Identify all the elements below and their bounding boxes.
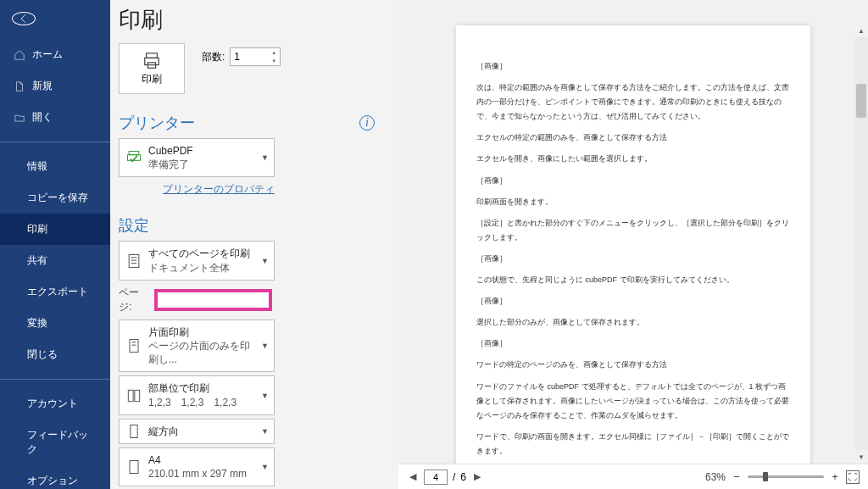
sidebar: ホーム 新規 開く 情報 コピーを保存 印刷 共有 エクスポート 変換 閉じる … (0, 0, 110, 489)
preview-panel: ［画像］次は、特定の範囲のみを画像として保存する方法をご紹介します。この方法を使… (398, 0, 868, 489)
page-title: 印刷 (110, 0, 398, 43)
scroll-up[interactable]: ▲ (854, 24, 868, 37)
arrow-left-icon (18, 13, 30, 25)
zoom-value: 63% (705, 471, 726, 483)
svg-rect-1 (145, 58, 159, 64)
sidebar-item-open[interactable]: 開く (0, 102, 110, 133)
label: 開く (32, 110, 53, 125)
print-button[interactable]: 印刷 (119, 43, 185, 94)
current-page-input[interactable] (424, 470, 448, 485)
zoom-slider[interactable] (748, 475, 824, 478)
preview-page: ［画像］次は、特定の範囲のみを画像として保存する方法をご紹介します。この方法を使… (456, 25, 810, 464)
chevron-down-icon: ▼ (261, 153, 269, 163)
preview-line: この状態で、先程と同じように cubePDF で印刷を実行してみてください。 (476, 273, 790, 287)
scroll-thumb[interactable] (856, 84, 866, 118)
sidebar-item-share[interactable]: 共有 (0, 245, 110, 276)
preview-line: 印刷画面を開きます。 (476, 195, 790, 209)
sidebar-item-home[interactable]: ホーム (0, 39, 110, 70)
preview-line: ワードのファイルを cubePDF で処理すると、デフォルトでは全てのページが、… (476, 380, 790, 423)
copies-up[interactable]: ▲ (268, 48, 280, 57)
preview-line: ［画像］ (476, 294, 790, 308)
sidebar-item-export[interactable]: エクスポート (0, 276, 110, 308)
label: プリンター (119, 113, 195, 133)
copies-input-wrap: ▲ ▼ (230, 47, 281, 66)
sidebar-item-new[interactable]: 新規 (0, 70, 110, 102)
preview-line: ［画像］ (476, 252, 790, 266)
label: 印刷 (27, 222, 47, 236)
copies-label: 部数: (202, 50, 225, 64)
pages-input[interactable] (154, 289, 272, 311)
print-range-select[interactable]: すべてのページを印刷 ドキュメント全体 ▼ (119, 241, 275, 280)
svg-rect-14 (131, 425, 137, 437)
preview-line: ［設定］と書かれた部分のすぐ下のメニューをクリックし、［選択した部分を印刷］をク… (476, 216, 790, 245)
printer-heading: プリンター i (119, 113, 375, 133)
sidebar-item-save-copy[interactable]: コピーを保存 (0, 182, 110, 214)
paper-icon (125, 458, 143, 476)
copies-input[interactable] (231, 48, 268, 65)
label: 変換 (27, 316, 47, 331)
preview-line: エクセルを開き、画像にしたい範囲を選択します。 (476, 152, 790, 166)
preview-area: ［画像］次は、特定の範囲のみを画像として保存する方法をご紹介します。この方法を使… (398, 0, 868, 464)
next-page[interactable]: ▶ (471, 471, 483, 483)
label: 新規 (32, 79, 53, 93)
label: 印刷 (142, 72, 162, 86)
svg-rect-9 (130, 340, 138, 353)
sidebar-item-account[interactable]: アカウント (0, 388, 110, 420)
preview-line: エクセルの特定の範囲のみを、画像として保存する方法 (476, 131, 790, 145)
orientation-icon (125, 422, 143, 441)
label: ホーム (32, 47, 63, 62)
sidebar-item-transform[interactable]: 変換 (0, 308, 110, 339)
copies: 部数: ▲ ▼ (202, 47, 281, 67)
zoom-out[interactable]: − (731, 471, 743, 483)
pages-icon (125, 252, 143, 270)
app-root: ホーム 新規 開く 情報 コピーを保存 印刷 共有 エクスポート 変換 閉じる … (0, 0, 868, 489)
scroll-down[interactable]: ▼ (854, 450, 868, 464)
sidebar-item-print[interactable]: 印刷 (0, 214, 110, 245)
pages-row: ページ: (119, 286, 375, 314)
printer-select[interactable]: CubePDF 準備完了 ▼ (119, 138, 275, 177)
orientation-select[interactable]: 縦方向 ▼ (119, 419, 275, 444)
title: A4 (148, 453, 255, 467)
center-body: 印刷 部数: ▲ ▼ プリンター i (110, 43, 398, 489)
label: オプション (27, 474, 78, 488)
zoom-thumb[interactable] (763, 472, 768, 481)
collate-select[interactable]: 部単位で印刷 1,2,3 1,2,3 1,2,3 ▼ (119, 375, 275, 414)
home-icon (14, 49, 25, 61)
pages-label: ページ: (119, 286, 149, 314)
zoom-in[interactable]: + (829, 471, 841, 483)
new-icon (14, 81, 25, 92)
chevron-down-icon: ▼ (261, 390, 269, 400)
printer-icon (142, 52, 162, 70)
printer-ready-icon (125, 148, 143, 167)
svg-rect-12 (128, 390, 133, 401)
preview-line: ワードで、印刷の画面を開きます。エクセル同様に［ファイル］－［印刷］で開くことが… (476, 430, 790, 458)
one-sided-select[interactable]: 片面印刷 ページの片面のみを印刷し... ▼ (119, 320, 275, 373)
label: 設定 (119, 215, 149, 236)
prev-page[interactable]: ◀ (407, 471, 419, 483)
label: 閉じる (27, 347, 58, 362)
paper-size-select[interactable]: A4 210.01 mm x 297 mm ▼ (119, 447, 275, 486)
preview-scrollbar[interactable]: ▲ ▼ (854, 24, 868, 464)
print-block: 印刷 部数: ▲ ▼ (119, 43, 375, 94)
sidebar-item-options[interactable]: オプション (0, 465, 110, 489)
preview-page-nav: ◀ / 6 ▶ (407, 470, 483, 485)
sidebar-item-feedback[interactable]: フィードバック (0, 420, 110, 465)
copies-down[interactable]: ▼ (268, 57, 280, 65)
info-icon[interactable]: i (359, 115, 375, 131)
sidebar-item-close[interactable]: 閉じる (0, 339, 110, 370)
label: エクスポート (27, 285, 88, 299)
svg-rect-0 (147, 53, 158, 58)
open-icon (14, 112, 25, 124)
sidebar-item-info[interactable]: 情報 (0, 151, 110, 182)
title: すべてのページを印刷 (148, 247, 255, 260)
label: 共有 (27, 253, 47, 268)
zoom-fit[interactable]: ⛶ (846, 470, 860, 484)
back-button[interactable] (12, 12, 36, 25)
scroll-track[interactable] (854, 37, 868, 450)
preview-line: ［画像］ (476, 59, 790, 74)
chevron-down-icon: ▼ (261, 462, 269, 472)
svg-rect-3 (129, 152, 139, 155)
sidebar-bottom: アカウント フィードバック オプション (0, 370, 110, 489)
svg-rect-5 (129, 254, 139, 267)
printer-properties-link[interactable]: プリンターのプロパティ (119, 182, 275, 197)
